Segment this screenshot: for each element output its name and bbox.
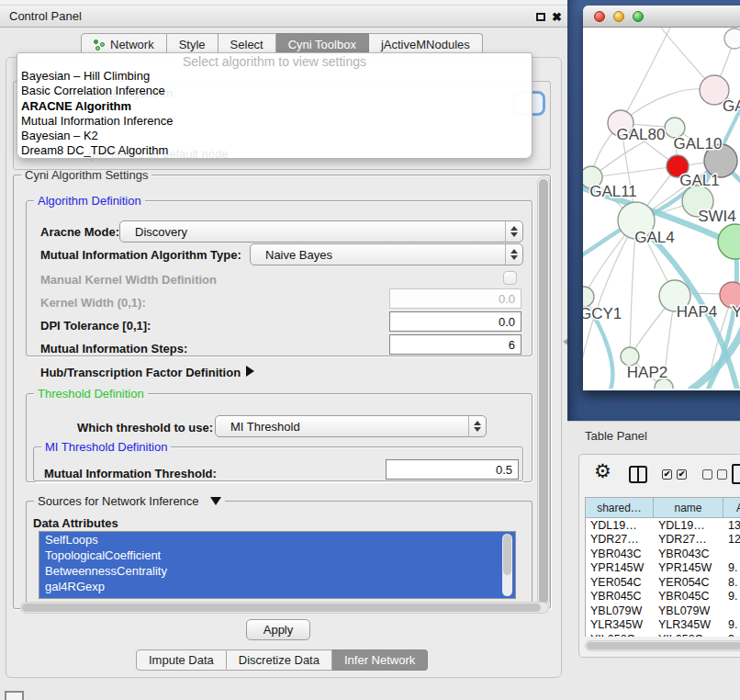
algorithm-option[interactable]: Basic Correlation Inference [17, 84, 532, 98]
mi-algorithm-type-select[interactable]: Naive Bayes [250, 243, 523, 265]
attribute-item[interactable]: gal4RGexp [39, 579, 515, 594]
algorithm-option[interactable]: Mutual Information Inference [17, 114, 532, 129]
table-cell: YDL19… [654, 519, 723, 532]
minimize-traffic-light[interactable] [613, 11, 624, 22]
tab-infer-network[interactable]: Infer Network [332, 649, 428, 671]
table-cell: 9. [723, 561, 740, 574]
attributes-scrollbar[interactable] [502, 534, 512, 596]
hub-definition-expander[interactable]: Hub/Transcription Factor Definition [40, 366, 254, 379]
table-row[interactable]: YDR27…YDR27…12 [586, 533, 740, 548]
table-panel: ⚙ ✔ ✔ shared…nameAYDL19…YDL19…13YDR27…YD… [578, 454, 740, 658]
mi-threshold-label: Mutual Information Threshold: [44, 467, 217, 480]
table-cell: YER054C [654, 576, 723, 589]
float-window-icon[interactable] [536, 13, 545, 21]
deselect-all-checkbox-icon[interactable] [717, 469, 727, 480]
network-node-label: GCY1 [583, 305, 622, 322]
dpi-tolerance-label: DPI Tolerance [0,1]: [40, 319, 151, 333]
control-panel-titlebar[interactable]: Control Panel ✖ [0, 6, 567, 28]
network-canvas[interactable]: GALGAL80GAL10GAL1GAL11SWI4GAL4GCY1HAP4YH… [583, 28, 740, 389]
dpi-tolerance-field[interactable]: 0.0 [389, 311, 521, 332]
network-node[interactable] [621, 347, 639, 366]
node-attribute-table[interactable]: shared…nameAYDL19…YDL19…13YDR27…YDR27…12… [585, 497, 740, 637]
network-node-label: GAL [723, 97, 740, 115]
table-row[interactable]: YIL052CYIL052C9 [586, 632, 740, 637]
settings-horizontal-scrollbar[interactable] [20, 602, 549, 614]
apply-button[interactable]: Apply [246, 619, 310, 640]
columns-icon[interactable] [629, 466, 647, 483]
table-cell: YIL052C [586, 633, 654, 637]
network-graph: GALGAL80GAL10GAL1GAL11SWI4GAL4GCY1HAP4YH… [583, 28, 740, 389]
aracne-mode-value: Discovery [120, 225, 505, 239]
table-header-row: shared…nameA [586, 498, 740, 518]
network-node-label: HAP4 [677, 303, 717, 321]
network-node[interactable] [718, 224, 740, 259]
settings-vertical-scrollbar[interactable] [537, 176, 550, 607]
deselect-all-checkbox-icon[interactable] [702, 469, 712, 480]
scrollbar-thumb[interactable] [587, 642, 740, 649]
attribute-item[interactable]: TopologicalCoefficient [39, 548, 515, 563]
algorithm-option[interactable]: ARACNE Algorithm [17, 99, 532, 114]
manual-kernel-width-checkbox[interactable] [503, 271, 517, 285]
close-traffic-light[interactable] [594, 11, 605, 22]
network-edge[interactable] [621, 28, 670, 123]
spinner-arrows-icon [505, 221, 522, 242]
algorithm-option[interactable]: Bayesian – Hill Climbing [17, 69, 532, 84]
data-attributes-list[interactable]: SelfLoopsTopologicalCoefficientBetweenne… [39, 531, 516, 599]
table-row[interactable]: YER054CYER054C8. [586, 575, 740, 590]
column-header[interactable]: A [723, 498, 740, 518]
network-node[interactable] [583, 287, 594, 307]
table-row[interactable]: YLR345WYLR345W9. [586, 618, 740, 633]
table-row[interactable]: YBR045CYBR045C9. [586, 590, 740, 604]
spinner-arrows-icon [505, 244, 522, 265]
kernel-width-label: Kernel Width (0,1): [40, 296, 146, 310]
scrollbar-thumb[interactable] [22, 604, 541, 612]
table-row[interactable]: YDL19…YDL19…13 [586, 518, 740, 533]
zoom-traffic-light[interactable] [633, 11, 644, 22]
close-icon[interactable]: ✖ [552, 10, 562, 24]
mi-threshold-field[interactable]: 0.5 [386, 459, 519, 480]
network-node[interactable] [724, 28, 740, 49]
attribute-item[interactable]: BetweennessCentrality [39, 563, 515, 579]
network-window-titlebar[interactable] [583, 6, 740, 28]
table-cell: YBR045C [586, 590, 654, 603]
tab-label: Style [179, 38, 206, 51]
minimized-panel-icon[interactable] [5, 691, 24, 700]
table-row[interactable]: YPR145WYPR145W9. [586, 561, 740, 576]
scrollbar-thumb[interactable] [503, 535, 511, 575]
column-header[interactable]: name [654, 498, 723, 518]
table-row[interactable]: YBR043CYBR043C [586, 547, 740, 561]
attribute-item[interactable]: SelfLoops [39, 532, 515, 548]
network-node-label: GAL80 [617, 126, 666, 143]
table-horizontal-scrollbar[interactable] [585, 640, 740, 651]
which-threshold-select[interactable]: MI Threshold [215, 415, 487, 437]
column-header[interactable]: shared… [586, 498, 654, 518]
select-all-checkbox-icon[interactable]: ✔ [677, 469, 687, 480]
table-row[interactable]: YBL079WYBL079W [586, 604, 740, 618]
table-cell: 12 [723, 533, 740, 546]
table-panel-titlebar[interactable]: Table Panel [567, 421, 740, 452]
which-threshold-label: Which threshold to use: [77, 421, 213, 435]
mi-steps-field[interactable]: 6 [389, 334, 521, 355]
tab-impute-data[interactable]: Impute Data [136, 649, 227, 671]
algorithm-option[interactable]: Bayesian – K2 [17, 129, 532, 143]
table-panel-title: Table Panel [567, 422, 740, 443]
export-table-icon[interactable] [732, 464, 740, 484]
algorithm-definition-title: Algorithm Definition [34, 194, 145, 208]
aracne-mode-select[interactable]: Discovery [119, 220, 523, 243]
algorithm-dropdown-popup: Select algorithm to view settings Infere… [17, 52, 533, 159]
sources-title[interactable]: Sources for Network Inference [34, 494, 225, 508]
gear-icon[interactable]: ⚙ [594, 461, 611, 480]
algorithm-option[interactable]: Dream8 DC_TDC Algorithm [17, 143, 532, 158]
tab-label: Impute Data [149, 653, 214, 667]
tab-discretize-data[interactable]: Discretize Data [227, 649, 332, 671]
table-cell: YDR27… [654, 533, 723, 546]
kernel-width-field[interactable]: 0.0 [389, 288, 521, 309]
control-panel-title: Control Panel [0, 9, 82, 23]
table-cell: YLR345W [586, 618, 654, 631]
table-cell: YER054C [586, 576, 654, 589]
table-cell: YIL052C [654, 633, 723, 637]
select-all-checkbox-icon[interactable]: ✔ [662, 469, 672, 480]
scrollbar-thumb[interactable] [539, 179, 548, 604]
algorithm-dropdown-items: Bayesian – Hill ClimbingBasic Correlatio… [17, 69, 532, 159]
table-cell: YBL079W [654, 604, 723, 617]
